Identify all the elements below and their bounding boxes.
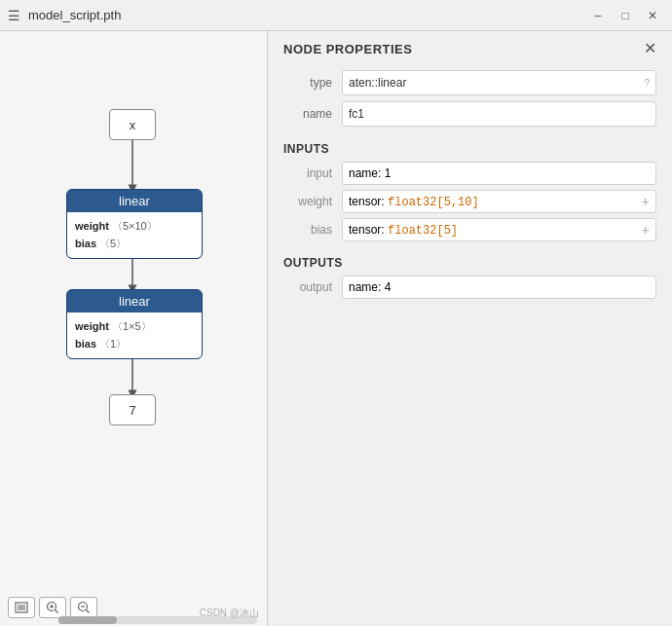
input-label: input: [283, 166, 342, 180]
name-input[interactable]: fc1: [342, 101, 656, 127]
input-field-row: input name: 1: [283, 162, 656, 185]
bias-val-2: 〈1〉: [99, 338, 127, 350]
bias-mono: float32[5]: [388, 224, 458, 238]
title-bar: ☰ model_script.pth – □ ✕: [0, 0, 672, 31]
zoom-out-button[interactable]: [70, 597, 97, 618]
bias-value-text: tensor: float32[5]: [349, 223, 458, 238]
bias-label-1: bias: [75, 238, 96, 249]
weight-field-row: weight tensor: float32[5,10] +: [283, 190, 656, 213]
output-value[interactable]: name: 4: [342, 276, 656, 299]
weight-value-text: tensor: float32[5,10]: [349, 195, 479, 209]
window-controls: – □ ✕: [586, 6, 664, 25]
weight-value[interactable]: tensor: float32[5,10] +: [342, 190, 656, 213]
graph-toolbar: [8, 597, 97, 618]
name-row: name fc1: [283, 101, 656, 127]
props-content: type aten::linear ? name fc1 INPUTS inpu…: [268, 66, 672, 319]
type-label: type: [283, 76, 342, 90]
weight-label-2: weight: [75, 320, 109, 332]
weight-val-2: 〈1×5〉: [112, 320, 152, 332]
bias-label-2: bias: [75, 338, 96, 350]
node-x[interactable]: x: [109, 109, 156, 140]
weight-plus-button[interactable]: +: [642, 194, 650, 209]
minimize-button[interactable]: –: [586, 6, 610, 25]
maximize-button[interactable]: □: [614, 6, 637, 25]
bias-label: bias: [283, 223, 342, 237]
main-area: x linear weight 〈5×10〉 bias 〈5〉 linear w: [0, 31, 672, 626]
overview-button[interactable]: [8, 597, 35, 618]
title-bar-left: ☰ model_script.pth: [8, 8, 121, 23]
output-value-text: name: 4: [349, 280, 391, 294]
type-value: aten::linear: [349, 76, 406, 90]
window-title: model_script.pth: [28, 8, 121, 22]
output-field-row: output name: 4: [283, 276, 656, 299]
node-linear-2-body: weight 〈1×5〉 bias 〈1〉: [67, 313, 202, 358]
bias-plus-button[interactable]: +: [642, 222, 650, 238]
hamburger-icon[interactable]: ☰: [8, 8, 20, 23]
node-linear-1-header: linear: [67, 190, 202, 212]
type-input[interactable]: aten::linear ?: [342, 70, 656, 95]
props-close-button[interactable]: ✕: [644, 41, 656, 56]
svg-line-11: [87, 610, 90, 613]
node-linear-2[interactable]: linear weight 〈1×5〉 bias 〈1〉: [66, 289, 203, 359]
watermark: CSDN @冰山: [200, 607, 259, 620]
node-linear-1[interactable]: linear weight 〈5×10〉 bias 〈5〉: [66, 189, 203, 259]
inputs-section-header: INPUTS: [283, 132, 656, 162]
input-value-text: name: 1: [349, 166, 391, 180]
weight-val-1: 〈5×10〉: [112, 220, 158, 232]
weight-label: weight: [283, 195, 342, 208]
props-title: NODE PROPERTIES: [283, 42, 412, 56]
node-x-label: x: [130, 118, 136, 132]
node-7-label: 7: [129, 403, 135, 418]
name-value: fc1: [349, 107, 364, 121]
graph-panel: x linear weight 〈5×10〉 bias 〈5〉 linear w: [0, 31, 268, 626]
node-linear-1-weight: weight 〈5×10〉: [75, 218, 194, 236]
scrollbar-thumb[interactable]: [58, 616, 117, 624]
outputs-section-header: OUTPUTS: [283, 246, 656, 276]
name-label: name: [283, 107, 342, 121]
bias-value[interactable]: tensor: float32[5] +: [342, 218, 656, 241]
zoom-in-button[interactable]: [39, 597, 66, 618]
node-7[interactable]: 7: [109, 394, 156, 425]
node-linear-2-weight: weight 〈1×5〉: [75, 318, 194, 336]
close-button[interactable]: ✕: [641, 6, 664, 25]
svg-line-8: [56, 610, 58, 613]
question-mark-icon: ?: [644, 77, 650, 89]
node-linear-1-bias: bias 〈5〉: [75, 236, 194, 253]
props-header: NODE PROPERTIES ✕: [268, 31, 672, 66]
input-value[interactable]: name: 1: [342, 162, 656, 185]
type-row: type aten::linear ?: [283, 70, 656, 95]
svg-rect-4: [18, 605, 25, 610]
bias-field-row: bias tensor: float32[5] +: [283, 218, 656, 241]
weight-label: weight: [75, 220, 109, 232]
props-panel: NODE PROPERTIES ✕ type aten::linear ? na…: [268, 31, 672, 626]
node-linear-1-body: weight 〈5×10〉 bias 〈5〉: [67, 212, 202, 258]
node-linear-2-header: linear: [67, 290, 202, 313]
weight-mono: float32[5,10]: [388, 196, 479, 209]
node-linear-2-bias: bias 〈1〉: [75, 336, 194, 353]
output-label: output: [283, 280, 342, 294]
bias-val-1: 〈5〉: [99, 238, 127, 249]
